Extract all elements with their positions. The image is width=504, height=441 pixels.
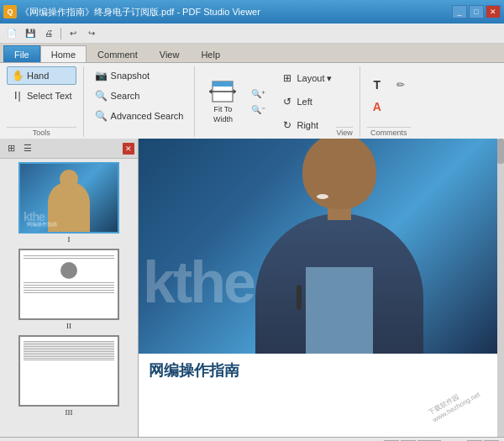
thumbnails-area[interactable]: kthe 网编操作指南 I xyxy=(0,159,138,437)
thumb-label-3: III xyxy=(66,408,73,417)
tools-group-label: Tools xyxy=(7,127,76,137)
left-panel: ⊞ ☰ ✕ kthe 网编操作指南 I xyxy=(0,139,139,437)
fit-to-width-button[interactable]: Fit To Width xyxy=(202,66,244,137)
left-button[interactable]: ↺ Left xyxy=(276,92,336,111)
tab-home[interactable]: Home xyxy=(40,45,87,62)
thumb-frame-2[interactable] xyxy=(18,249,119,320)
person-shirt xyxy=(306,267,373,353)
undo-button[interactable]: ↩ xyxy=(65,26,81,41)
print-button[interactable]: 🖨 xyxy=(40,26,57,41)
thumb-bg-2 xyxy=(20,250,118,318)
zoom-in-button[interactable]: 🔍⁺ xyxy=(247,87,270,101)
annotation-button[interactable]: A xyxy=(367,97,387,117)
watermark: 下载软件园www.hezhong.net xyxy=(427,383,481,424)
thumbnail-page-3[interactable]: III xyxy=(3,335,134,417)
ribbon-tabs: File Home Comment View Help xyxy=(0,44,504,62)
tools-group-content: ✋ Hand Ⅰ| Select Text xyxy=(7,66,76,125)
tools-group: ✋ Hand Ⅰ| Select Text Tools xyxy=(3,66,84,137)
pdf-page: kthe 网编操作指南 xyxy=(139,139,497,437)
quick-access-bar: 📄 💾 🖨 ↩ ↪ xyxy=(0,24,504,44)
panel-toolbar: ⊞ ☰ ✕ xyxy=(0,139,138,159)
pencil-button[interactable]: ✏ xyxy=(391,75,411,95)
pdf-photo: kthe xyxy=(139,139,497,354)
zoom-out-button[interactable]: 🔍⁻ xyxy=(247,102,270,117)
snapshot-icon: 📷 xyxy=(95,69,108,82)
save-button[interactable]: 💾 xyxy=(22,26,39,41)
panel-pages-icon[interactable]: ⊞ xyxy=(3,141,18,156)
person-figure xyxy=(234,139,444,354)
thumb-bg-1: kthe 网编操作指南 xyxy=(20,164,118,232)
thumb-label-1: I xyxy=(68,235,71,244)
search-icon: 🔍 xyxy=(95,89,108,102)
thumbnail-page-1[interactable]: kthe 网编操作指南 I xyxy=(3,162,134,244)
thumb-frame-1[interactable]: kthe 网编操作指南 xyxy=(18,162,119,234)
status-bar: 5.83 x 8.27 in (1.39, 0.01) ⏮ ◀ of 176 ▶… xyxy=(0,437,504,441)
pdf-viewer: kthe 网编操作指南 xyxy=(139,139,504,437)
search-group: 📷 Snapshot 🔍 Search 🔍 Advanced Search s xyxy=(84,66,196,137)
app-icon: Q xyxy=(3,5,17,18)
right-button[interactable]: ↻ Right xyxy=(276,116,336,134)
person-teeth xyxy=(317,194,328,199)
main-area: ⊞ ☰ ✕ kthe 网编操作指南 I xyxy=(0,139,504,437)
left-icon: ↺ xyxy=(281,95,294,108)
layout-button[interactable]: ⊞ Layout ▾ xyxy=(276,69,336,87)
svg-rect-1 xyxy=(213,81,233,87)
right-icon: ↻ xyxy=(281,118,294,132)
window-title: 《网编操作指南》终身电子订阅版.pdf - PDF Studio Viewer xyxy=(20,6,260,18)
thumb-frame-3[interactable] xyxy=(18,335,119,407)
svg-marker-3 xyxy=(209,89,212,94)
comments-group-label: Comments xyxy=(367,127,411,137)
thumbnail-page-2[interactable]: II xyxy=(3,249,134,330)
snapshot-button[interactable]: 📷 Snapshot xyxy=(91,66,188,85)
maximize-button[interactable]: □ xyxy=(469,5,484,18)
pdf-title: 网编操作指南 xyxy=(149,360,487,381)
thumb-label-2: II xyxy=(66,322,71,330)
view-group: Fit To Width 🔍⁺ 🔍⁻ ⊞ Layout ▾ ↺ Left ↻ R… xyxy=(195,66,360,137)
advanced-search-icon: 🔍 xyxy=(95,109,108,123)
thumb-bg-3 xyxy=(20,337,118,405)
window-controls: _ □ ✕ xyxy=(452,5,501,18)
ribbon-content: ✋ Hand Ⅰ| Select Text Tools 📷 Snapshot 🔍… xyxy=(0,62,504,139)
pdf-text-area: 网编操作指南 xyxy=(139,354,497,387)
svg-marker-4 xyxy=(234,89,236,94)
scrollbar-thumb[interactable] xyxy=(497,139,504,164)
microphone xyxy=(297,285,302,310)
layout-icon: ⊞ xyxy=(281,71,294,85)
thumb-subtitle: 网编操作指南 xyxy=(27,221,57,228)
panel-bookmarks-icon[interactable]: ☰ xyxy=(20,141,35,156)
search-button[interactable]: 🔍 Search xyxy=(91,87,188,105)
comments-group: T A ✏ Comments xyxy=(360,66,417,137)
title-bar-left: Q 《网编操作指南》终身电子订阅版.pdf - PDF Studio Viewe… xyxy=(3,5,260,18)
tab-view[interactable]: View xyxy=(149,45,191,62)
select-text-icon: Ⅰ| xyxy=(11,89,24,102)
hand-button[interactable]: ✋ Hand xyxy=(7,66,76,85)
panel-icons: ⊞ ☰ xyxy=(3,141,35,156)
search-group-content: 📷 Snapshot 🔍 Search 🔍 Advanced Search xyxy=(91,66,188,125)
thumb-circle xyxy=(60,262,77,279)
select-text-button[interactable]: Ⅰ| Select Text xyxy=(7,87,76,105)
view-right: ⊞ Layout ▾ ↺ Left ↻ Right xyxy=(273,66,336,137)
panel-close-button[interactable]: ✕ xyxy=(123,143,134,155)
redo-button[interactable]: ↪ xyxy=(83,26,100,41)
person-head xyxy=(302,139,376,209)
minimize-button[interactable]: _ xyxy=(452,5,467,18)
tab-file[interactable]: File xyxy=(3,45,40,62)
close-button[interactable]: ✕ xyxy=(486,5,501,18)
fit-width-icon xyxy=(209,80,236,103)
title-bar: Q 《网编操作指南》终身电子订阅版.pdf - PDF Studio Viewe… xyxy=(0,0,504,24)
hand-icon: ✋ xyxy=(11,69,24,82)
new-button[interactable]: 📄 xyxy=(3,26,20,41)
separator xyxy=(60,28,61,39)
tab-help[interactable]: Help xyxy=(190,45,231,62)
tab-comment[interactable]: Comment xyxy=(87,45,149,62)
text-comment-button[interactable]: T xyxy=(367,75,387,95)
advanced-search-button[interactable]: 🔍 Advanced Search xyxy=(91,107,188,125)
right-scrollbar[interactable] xyxy=(497,139,504,437)
